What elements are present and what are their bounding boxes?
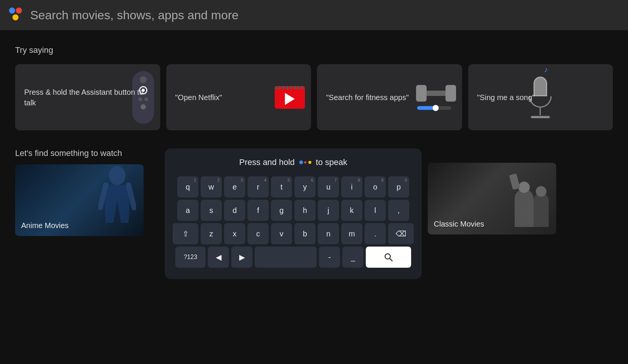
num-hint-2: 2 — [217, 178, 220, 182]
try-card-fitness[interactable]: "Search for fitness apps" — [317, 64, 462, 130]
key-period[interactable]: . — [365, 223, 386, 244]
dumbbell-icon — [416, 64, 456, 130]
key-arrow-left[interactable]: ◀ — [208, 247, 229, 268]
key-s[interactable]: s — [201, 200, 222, 221]
key-backspace[interactable]: ⌫ — [388, 223, 414, 244]
key-symbols[interactable]: ?123 — [175, 247, 206, 268]
key-i[interactable]: 8i — [341, 176, 362, 197]
key-h[interactable]: h — [294, 200, 316, 221]
try-card-fitness-text: "Search for fitness apps" — [326, 92, 409, 103]
key-shift[interactable]: ⇧ — [173, 223, 198, 244]
key-b[interactable]: b — [294, 223, 316, 244]
try-card-sing[interactable]: "Sing me a song" ♪ ♫ — [468, 64, 613, 130]
svg-point-0 — [109, 166, 125, 185]
dot-yellow — [12, 14, 19, 20]
num-hint-4: 4 — [264, 178, 266, 182]
db-bar — [427, 91, 445, 96]
try-saying-title: Try saying — [15, 45, 613, 55]
keyboard-row-2: a s d f g h j k l , — [175, 200, 411, 221]
key-p[interactable]: 0p — [388, 176, 409, 197]
key-r[interactable]: 4r — [247, 176, 269, 197]
google-assistant-icon — [9, 8, 24, 23]
key-q[interactable]: 1q — [177, 176, 198, 197]
spacer — [428, 148, 556, 163]
play-triangle — [285, 93, 295, 105]
mic-body — [534, 77, 547, 96]
key-e[interactable]: 3e — [224, 176, 245, 197]
key-dash[interactable]: - — [319, 247, 340, 268]
speak-hint: Press and hold to speak — [175, 157, 411, 167]
bottom-section: Let's find something to watch Anime Movi… — [15, 148, 613, 279]
keyboard-panel: Press and hold to speak 1q 2w 3e 4r 5t 6… — [165, 148, 422, 279]
anime-movies-label: Anime Movies — [21, 221, 69, 230]
try-card-press-hold-text: Press & hold the Assistant button to tal… — [24, 87, 151, 108]
keyboard-row-1: 1q 2w 3e 4r 5t 6y 7u 8i 9o 0p — [175, 176, 411, 197]
key-d[interactable]: d — [224, 200, 245, 221]
key-comma[interactable]: , — [388, 200, 409, 221]
try-saying-grid: Press & hold the Assistant button to tal… — [15, 64, 613, 130]
try-card-press-hold[interactable]: Press & hold the Assistant button to tal… — [15, 64, 160, 130]
mic-stand — [540, 108, 541, 115]
speak-hint-suffix: to speak — [316, 157, 347, 167]
keyboard-row-4: ?123 ◀ ▶ - _ — [175, 247, 411, 268]
db-plate-right — [445, 85, 456, 102]
key-w[interactable]: 2w — [201, 176, 222, 197]
key-j[interactable]: j — [318, 200, 339, 221]
key-u[interactable]: 7u — [318, 176, 339, 197]
key-l[interactable]: l — [365, 200, 386, 221]
dumbbell-shape — [416, 85, 456, 102]
key-z[interactable]: z — [201, 223, 222, 244]
try-card-sing-text: "Sing me a song" — [477, 92, 535, 103]
classic-movies-thumb[interactable]: Classic Movies — [428, 163, 556, 234]
bw-person2 — [534, 193, 549, 227]
anime-figure-svg — [98, 166, 136, 225]
key-space[interactable] — [255, 247, 317, 268]
key-g[interactable]: g — [271, 200, 292, 221]
speak-hint-text: Press and hold — [239, 157, 295, 167]
key-v[interactable]: v — [271, 223, 292, 244]
key-x[interactable]: x — [224, 223, 245, 244]
mic-base — [531, 116, 550, 118]
svg-line-2 — [390, 259, 392, 261]
anime-movies-thumb[interactable]: Anime Movies — [15, 164, 144, 236]
key-o[interactable]: 9o — [365, 176, 386, 197]
num-hint-3: 3 — [241, 178, 243, 182]
key-c[interactable]: c — [247, 223, 269, 244]
svg-point-1 — [385, 254, 390, 259]
key-search[interactable] — [366, 247, 411, 268]
dot-red — [16, 8, 22, 14]
classic-movies-column: Classic Movies — [428, 148, 556, 234]
key-t[interactable]: 5t — [271, 176, 292, 197]
search-input[interactable]: Search movies, shows, apps and more — [30, 8, 238, 22]
key-n[interactable]: n — [318, 223, 339, 244]
key-f[interactable]: f — [247, 200, 269, 221]
keyboard-row-3: ⇧ z x c v b n m . ⌫ — [175, 223, 411, 244]
key-arrow-right[interactable]: ▶ — [231, 247, 252, 268]
bw-person1 — [515, 189, 534, 227]
find-watch-title: Let's find something to watch — [15, 148, 159, 158]
key-m[interactable]: m — [341, 223, 362, 244]
netflix-play-icon — [275, 64, 305, 130]
key-underscore[interactable]: _ — [342, 247, 363, 268]
music-note-icon: ♪ — [544, 65, 548, 74]
db-plate-left — [416, 85, 427, 102]
num-hint-5: 5 — [288, 178, 290, 182]
key-k[interactable]: k — [341, 200, 362, 221]
key-a[interactable]: a — [177, 200, 198, 221]
dot-blue — [9, 8, 15, 14]
num-hint-9: 9 — [381, 178, 384, 182]
num-hint-1: 1 — [194, 178, 196, 182]
key-y[interactable]: 6y — [294, 176, 316, 197]
num-hint-0: 0 — [405, 178, 407, 182]
num-hint-7: 7 — [334, 178, 337, 182]
music-note2-icon: ♫ — [549, 64, 554, 65]
try-card-open-netflix-text: "Open Netflix" — [175, 92, 222, 103]
num-hint-6: 6 — [311, 178, 313, 182]
search-bar: Search movies, shows, apps and more — [0, 0, 628, 30]
search-icon — [384, 253, 393, 262]
try-card-open-netflix[interactable]: "Open Netflix" — [166, 64, 311, 130]
main-content: Try saying Press & hold the Assistant bu… — [0, 30, 628, 279]
watch-column: Let's find something to watch Anime Movi… — [15, 148, 159, 236]
num-hint-8: 8 — [358, 178, 360, 182]
classic-movies-label: Classic Movies — [434, 220, 484, 228]
